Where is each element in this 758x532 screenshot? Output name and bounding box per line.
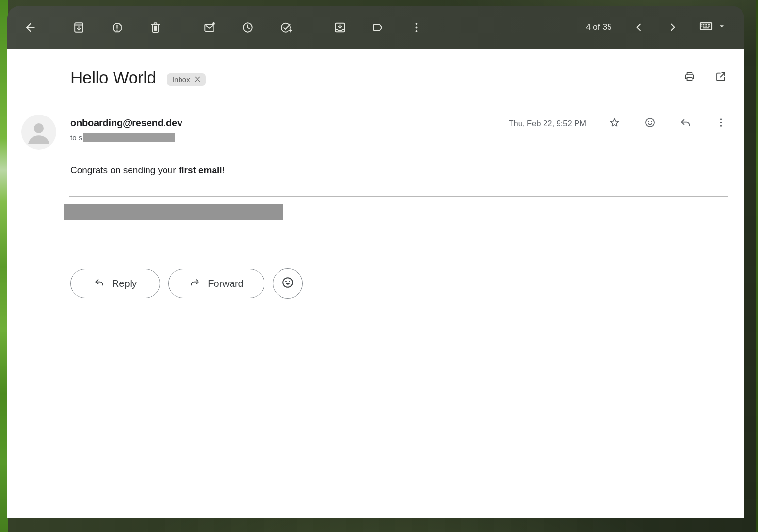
- recipient-redaction: [83, 133, 175, 142]
- reply-button-label: Reply: [112, 278, 137, 289]
- star-icon: [609, 116, 621, 131]
- body-text-bold: first email: [179, 165, 222, 175]
- message-more-button[interactable]: [709, 112, 732, 135]
- dropdown-arrow-icon: [717, 21, 726, 33]
- more-vert-icon: [410, 21, 423, 34]
- reply-button[interactable]: Reply: [70, 269, 160, 298]
- toolbar-divider: [182, 19, 182, 35]
- chevron-left-icon: [632, 21, 645, 33]
- recipient-line: to s: [70, 133, 182, 142]
- print-button[interactable]: [678, 66, 701, 89]
- delete-button[interactable]: [144, 16, 167, 39]
- star-button[interactable]: [603, 112, 626, 135]
- email-subject: Hello World: [70, 65, 156, 90]
- forward-arrow-icon: [189, 277, 200, 290]
- report-spam-icon: [111, 21, 124, 34]
- open-in-new-window-button[interactable]: [709, 66, 732, 89]
- inbox-label-chip[interactable]: Inbox: [167, 73, 206, 86]
- back-arrow-icon: [24, 21, 37, 34]
- archive-icon: [72, 21, 85, 34]
- add-to-tasks-button[interactable]: [274, 16, 297, 39]
- sender-email[interactable]: onboarding@resend.dev: [70, 116, 182, 129]
- emoji-reaction-button[interactable]: [638, 112, 661, 135]
- chevron-right-icon: [666, 21, 679, 33]
- smiley-icon: [644, 116, 656, 131]
- keyboard-icon: [698, 18, 714, 36]
- inbox-label-text: Inbox: [172, 75, 190, 83]
- smiley-icon: [281, 276, 295, 291]
- reply-arrow-icon: [94, 277, 105, 290]
- more-vert-icon: [715, 116, 727, 131]
- mark-unread-icon: [203, 21, 216, 34]
- reply-button-header[interactable]: [674, 112, 697, 135]
- remove-label-icon[interactable]: [195, 75, 200, 83]
- older-conversation-button[interactable]: [661, 16, 684, 39]
- recipient-prefix: to s: [70, 133, 82, 142]
- toolbar-divider: [313, 19, 313, 35]
- signature-divider: [69, 196, 728, 197]
- snooze-clock-icon: [241, 21, 254, 34]
- more-options-button[interactable]: [405, 16, 428, 39]
- mark-unread-button[interactable]: [198, 16, 221, 39]
- back-button[interactable]: [18, 16, 42, 39]
- email-view: Hello World Inbox: [7, 49, 744, 518]
- move-to-icon: [333, 21, 346, 34]
- reply-arrow-icon: [679, 116, 692, 131]
- sender-avatar: [21, 115, 56, 150]
- open-in-new-icon: [714, 70, 727, 85]
- pagination-counter: 4 of 35: [586, 22, 612, 32]
- person-silhouette-icon: [21, 115, 56, 150]
- input-tools-button[interactable]: [695, 16, 730, 39]
- forward-button[interactable]: Forward: [168, 269, 264, 298]
- message-toolbar: 4 of 35: [7, 6, 744, 49]
- add-to-tasks-icon: [280, 21, 293, 34]
- add-reaction-button[interactable]: [273, 268, 303, 299]
- body-text-prefix: Congrats on sending your: [70, 165, 179, 175]
- email-body: Congrats on sending your first email!: [70, 165, 225, 176]
- signature-redaction: [64, 204, 283, 220]
- move-to-button[interactable]: [328, 16, 351, 39]
- body-text-suffix: !: [222, 165, 225, 175]
- trash-icon: [149, 21, 162, 34]
- print-icon: [683, 70, 696, 85]
- gmail-window: 4 of 35: [7, 6, 744, 518]
- newer-conversation-button[interactable]: [627, 16, 650, 39]
- email-date: Thu, Feb 22, 9:52 PM: [509, 119, 586, 128]
- label-tag-icon: [372, 21, 385, 34]
- forward-button-label: Forward: [208, 278, 243, 289]
- snooze-button[interactable]: [236, 16, 259, 39]
- report-spam-button[interactable]: [105, 16, 129, 39]
- archive-button[interactable]: [67, 16, 90, 39]
- labels-button[interactable]: [366, 16, 390, 39]
